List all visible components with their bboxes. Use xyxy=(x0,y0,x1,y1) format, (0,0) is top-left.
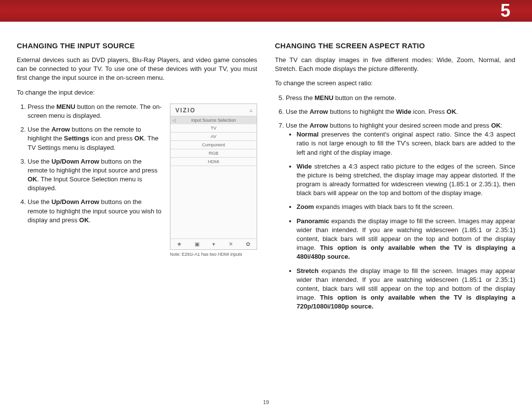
tv-menu-row: AV xyxy=(170,133,257,141)
mode-panoramic: Panoramic expands the display image to f… xyxy=(297,217,515,262)
aspect-step-7: Use the Arrow buttons to highlight your … xyxy=(286,121,515,311)
mode-stretch: Stretch expands the display image to fil… xyxy=(297,267,515,311)
aspect-step-5: Press the MENU button on the remote. xyxy=(286,94,515,103)
mode-wide: Wide stretches a 4:3 aspect ratio pictur… xyxy=(297,162,515,198)
aspect-intro: The TV can display images in five differ… xyxy=(275,56,515,73)
chapter-number: 5 xyxy=(491,0,520,22)
tv-menu-footer-icons: ★ ▣ ▾ ✕ ✿ xyxy=(170,239,257,249)
input-step-1: Press the MENU button on the remote. The… xyxy=(28,103,162,120)
tv-menu-row: TV xyxy=(170,124,257,133)
chapter-header-band: 5 xyxy=(0,0,532,22)
back-icon: ◁ xyxy=(170,118,177,123)
input-step-4: Use the Up/Down Arrow buttons on the rem… xyxy=(28,198,162,225)
mode-normal: Normal preserves the content's original … xyxy=(297,130,515,157)
aspect-modes-list: Normal preserves the content's original … xyxy=(286,130,515,311)
input-steps-list: Press the MENU button on the remote. The… xyxy=(17,103,162,230)
heading-aspect-ratio: CHANGING THE SCREEN ASPECT RATIO xyxy=(275,41,515,50)
page-number: 19 xyxy=(0,399,532,405)
aspect-steps-list: Press the MENU button on the remote. Use… xyxy=(275,94,515,311)
tv-menu-title: ◁ Input Source Selection xyxy=(170,116,257,124)
tv-menu-logo: VIZIO xyxy=(175,107,196,114)
input-step-2: Use the Arrow buttons on the remote to h… xyxy=(28,125,162,152)
aspect-step-6: Use the Arrow buttons to highlight the W… xyxy=(286,107,515,116)
star-icon: ★ xyxy=(177,241,182,247)
page-content: CHANGING THE INPUT SOURCE External devic… xyxy=(0,22,532,377)
mode-zoom: Zoom expands images with black bars to f… xyxy=(297,203,515,211)
tv-menu-illustration: VIZIO ⌂ ◁ Input Source Selection TV AV C… xyxy=(170,103,257,250)
tv-menu-note: Note: E291i-A1 has two HDMI inputs xyxy=(170,252,257,257)
aspect-lead: To change the screen aspect ratio: xyxy=(275,79,515,88)
close-icon: ✕ xyxy=(229,241,233,247)
tv-menu-row: RGB xyxy=(170,149,257,158)
tv-menu-row: Component xyxy=(170,141,257,149)
input-step-3: Use the Up/Down Arrow buttons on the rem… xyxy=(28,157,162,193)
pip-icon: ▣ xyxy=(195,241,200,247)
input-intro: External devices such as DVD players, Bl… xyxy=(17,56,257,83)
chevron-down-icon: ▾ xyxy=(212,241,215,247)
home-icon: ⌂ xyxy=(250,107,253,113)
input-lead: To change the input device: xyxy=(17,88,257,97)
tv-menu-row: HDMI xyxy=(170,158,257,166)
heading-input-source: CHANGING THE INPUT SOURCE xyxy=(17,41,257,50)
gear-icon: ✿ xyxy=(246,241,250,247)
